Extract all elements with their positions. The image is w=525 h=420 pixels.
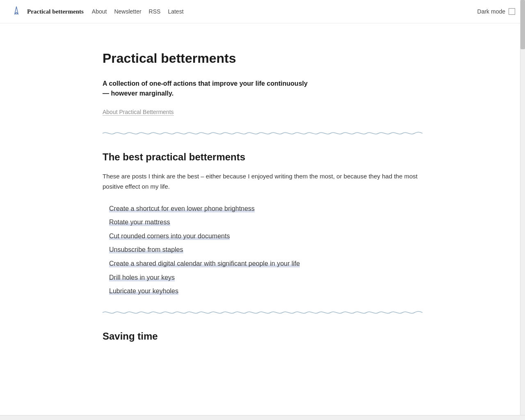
betterment-list: Create a shortcut for even lower phone b…: [103, 203, 422, 297]
page-subtitle: A collection of one-off actions that imp…: [103, 79, 422, 98]
betterment-link-2[interactable]: Rotate your mattress: [109, 219, 170, 226]
list-item: Create a shared digital calendar with si…: [103, 258, 422, 269]
subtitle-line2: — however marginally.: [103, 90, 173, 97]
dark-mode-toggle[interactable]: [509, 8, 515, 15]
page-title: Practical betterments: [103, 48, 422, 69]
about-link[interactable]: About Practical Betterments: [103, 109, 174, 116]
betterment-link-3[interactable]: Cut rounded corners into your documents: [109, 233, 230, 240]
logo-icon: [10, 5, 23, 18]
nav-latest[interactable]: Latest: [168, 8, 183, 15]
wavy-divider-1: [103, 130, 422, 137]
nav-newsletter[interactable]: Newsletter: [114, 8, 141, 15]
scrollbar-thumb[interactable]: [520, 0, 525, 49]
saving-section-title: Saving time: [103, 329, 422, 344]
scrollbar[interactable]: [520, 0, 525, 377]
nav-brand[interactable]: Practical betterments: [27, 7, 84, 16]
list-item: Unsubscribe from staples: [103, 244, 422, 255]
nav-links: About Newsletter RSS Latest: [92, 6, 184, 17]
list-item: Lubricate your keyholes: [103, 286, 422, 297]
nav-right: Dark mode: [477, 7, 515, 16]
betterment-link-4[interactable]: Unsubscribe from staples: [109, 246, 183, 253]
nav-about[interactable]: About: [92, 8, 107, 15]
nav-rss[interactable]: RSS: [149, 8, 161, 15]
list-item: Drill holes in your keys: [103, 272, 422, 283]
betterment-link-6[interactable]: Drill holes in your keys: [109, 274, 175, 281]
navbar: Practical betterments About Newsletter R…: [0, 0, 525, 23]
best-section-description: These are posts I think are the best – e…: [103, 171, 422, 192]
wavy-divider-2: [103, 309, 422, 316]
list-item: Cut rounded corners into your documents: [103, 231, 422, 242]
main-content: Practical betterments A collection of on…: [86, 23, 439, 377]
betterment-link-5[interactable]: Create a shared digital calendar with si…: [109, 260, 300, 267]
betterment-link-7[interactable]: Lubricate your keyholes: [109, 288, 178, 295]
subtitle-line1: A collection of one-off actions that imp…: [103, 80, 308, 87]
list-item: Rotate your mattress: [103, 217, 422, 228]
list-item: Create a shortcut for even lower phone b…: [103, 203, 422, 214]
betterment-link-1[interactable]: Create a shortcut for even lower phone b…: [109, 205, 255, 212]
best-section-title: The best practical betterments: [103, 149, 422, 165]
dark-mode-label: Dark mode: [477, 7, 505, 16]
